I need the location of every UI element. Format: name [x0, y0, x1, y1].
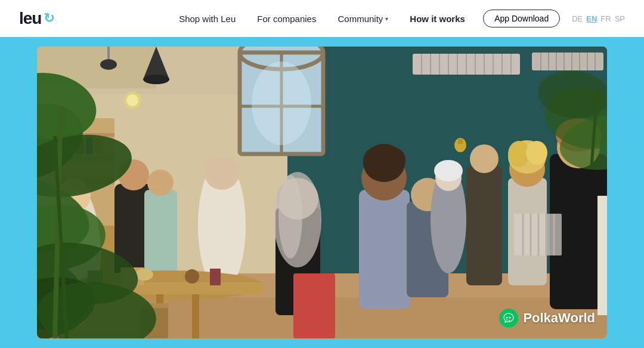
svg-point-123	[100, 59, 117, 70]
lang-sp[interactable]: SP	[615, 14, 625, 23]
svg-point-65	[434, 160, 463, 181]
svg-rect-62	[597, 196, 607, 315]
svg-rect-100	[458, 139, 463, 144]
svg-rect-66	[293, 273, 335, 338]
lang-fr[interactable]: FR	[600, 14, 611, 23]
svg-rect-70	[192, 294, 199, 338]
nav-how-it-works[interactable]: How it works	[410, 14, 465, 24]
svg-rect-74	[210, 269, 221, 285]
hero-image: PolkaWorld	[37, 47, 607, 338]
svg-point-49	[384, 148, 405, 172]
svg-point-58	[526, 141, 547, 165]
svg-rect-52	[466, 166, 502, 285]
svg-point-32	[126, 94, 138, 106]
chevron-down-icon: ▾	[385, 16, 388, 22]
logo-icon: ↻	[44, 11, 54, 26]
main-header: leu↻ Shop with Leu For companies Communi…	[0, 0, 644, 37]
app-download-button[interactable]: App Download	[483, 10, 560, 27]
hero-section: PolkaWorld	[0, 37, 644, 348]
svg-point-40	[204, 154, 240, 190]
svg-point-72	[185, 269, 199, 284]
svg-point-75	[135, 269, 153, 281]
svg-point-127	[506, 319, 507, 321]
hero-scene-svg	[37, 47, 607, 338]
lang-de[interactable]: DE	[572, 14, 583, 23]
language-switcher: DE EN FR SP	[572, 14, 625, 23]
logo-text: leu	[19, 9, 41, 28]
svg-point-18	[252, 61, 311, 145]
svg-point-128	[509, 320, 510, 321]
svg-point-126	[509, 317, 511, 319]
svg-rect-113	[532, 53, 603, 70]
nav-for-companies[interactable]: For companies	[257, 14, 316, 24]
svg-point-53	[470, 144, 499, 173]
header-right: App Download DE EN FR SP	[483, 10, 625, 27]
svg-rect-37	[144, 190, 177, 273]
watermark: PolkaWorld	[499, 309, 595, 328]
lang-en[interactable]: EN	[586, 14, 597, 23]
svg-point-44	[278, 175, 302, 258]
svg-rect-45	[359, 190, 410, 309]
svg-point-125	[506, 317, 508, 319]
nav-shop-with-leu[interactable]: Shop with Leu	[179, 14, 236, 24]
main-nav: Shop with Leu For companies Community ▾ …	[179, 14, 465, 24]
logo[interactable]: leu↻	[19, 9, 54, 28]
wechat-icon	[499, 309, 518, 328]
svg-point-124	[143, 75, 169, 84]
watermark-text: PolkaWorld	[523, 310, 595, 326]
svg-point-38	[147, 170, 174, 196]
nav-community[interactable]: Community ▾	[338, 14, 388, 24]
svg-point-48	[363, 148, 385, 174]
